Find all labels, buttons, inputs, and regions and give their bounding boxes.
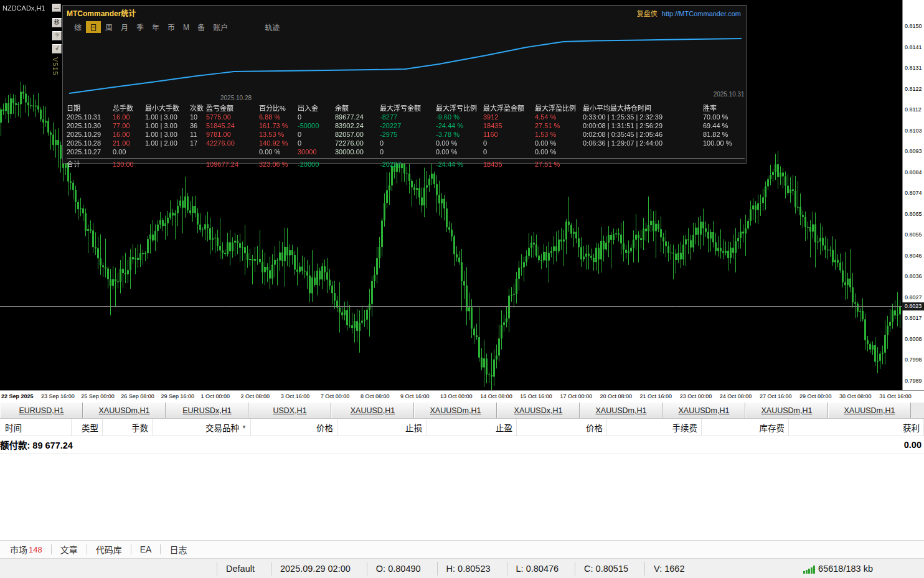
stats-row-cell: 51845.24 (206, 121, 259, 130)
stats-tab-周[interactable]: 周 (101, 21, 116, 33)
stats-row-cell: 10 (190, 113, 206, 121)
stats-row-cell: 1.00 | 3.00 (145, 113, 190, 121)
trade-col-10[interactable]: 获利 (789, 419, 924, 436)
chart-tool-button[interactable]: ? (52, 31, 62, 40)
terminal-tab-label: 代码库 (96, 543, 122, 556)
trade-col-3[interactable]: 交易品种▼ (153, 419, 251, 436)
time-axis[interactable]: 22 Sep 202523 Sep 16:0025 Sep 00:0026 Se… (0, 390, 924, 403)
symbol-tab-XAUUSDmH1[interactable]: XAUUSDm,H1 (745, 403, 828, 418)
symbol-tab-XAUUSDH1[interactable]: XAUUSD,H1 (331, 403, 414, 418)
status-segment-4: L: 0.80476 (507, 562, 575, 576)
time-axis-label: 13 Oct 00:00 (440, 393, 473, 399)
trade-col-5[interactable]: 止损 (337, 419, 427, 436)
symbol-tab-XAUUSDmH1[interactable]: XAUUSDm,H1 (414, 403, 497, 418)
chart-tool-button[interactable]: 移 (52, 18, 62, 27)
terminal-tab-文章[interactable]: 文章 (57, 543, 82, 556)
minimize-button[interactable]: — (52, 4, 61, 12)
trade-col-4[interactable]: 价格 (251, 419, 337, 436)
price-axis-label: 0.7998 (905, 357, 922, 363)
symbol-tab-XAUUSDmH1[interactable]: XAUUSDm,H1 (828, 403, 911, 418)
stats-row-cell: 17 (190, 139, 206, 147)
terminal-tab-label: EA (140, 544, 152, 554)
stats-tab-月[interactable]: 月 (117, 21, 132, 33)
stats-total-row-cell: 323.06 % (259, 160, 298, 169)
stats-row-cell: 72276.00 (335, 139, 380, 147)
time-axis-label: 23 Oct 00:00 (680, 393, 712, 399)
terminal-tab-代码库[interactable]: 代码库 (92, 543, 126, 556)
data-usage-label: 65618/183 kb (818, 564, 873, 574)
trade-col-0[interactable]: 时间 (0, 419, 72, 436)
stats-tab-M[interactable]: M (179, 22, 193, 32)
symbol-tab-XAUUSDmH1[interactable]: XAUUSDm,H1 (580, 403, 662, 418)
stats-row-cell (145, 147, 190, 156)
stats-tab-备[interactable]: 备 (194, 21, 209, 33)
stats-header-row-cell: 胜率 (703, 104, 745, 113)
stats-total-row-cell: 18435 (483, 160, 535, 169)
symbol-tab-XAUUSDxH1[interactable]: XAUUSDx,H1 (497, 403, 580, 418)
equity-date-label: 2025.10.28 (220, 95, 252, 101)
status-segment-1: 2025.09.29 02:00 (271, 562, 367, 576)
terminal-tab-separator (131, 544, 131, 554)
price-axis[interactable]: 0.81500.81410.81310.81220.81120.81030.80… (902, 0, 924, 390)
brand-url-link[interactable]: http://MTCommander.com (662, 10, 741, 17)
stats-row-cell: -20227 (380, 121, 436, 130)
status-segment-2: O: 0.80490 (367, 562, 437, 576)
terminal-tab-EA[interactable]: EA (136, 544, 156, 554)
stats-tab-账户[interactable]: 账户 (209, 21, 232, 33)
stats-row-cell (703, 147, 745, 156)
stats-tab-年[interactable]: 年 (148, 21, 163, 33)
equity-line (69, 39, 742, 93)
stats-row-cell: 2025.10.30 (67, 121, 113, 130)
time-axis-label: 22 Sep 2025 (1, 393, 34, 399)
stats-row-cell: 69.44 % (703, 121, 745, 130)
time-axis-label: 26 Sep 08:00 (121, 393, 154, 399)
symbol-tab-EURUSDH1[interactable]: EURUSD,H1 (0, 403, 83, 418)
price-axis-label: 0.7989 (905, 378, 922, 384)
symbol-tab-XAUUSDmH1[interactable]: XAUUSDm,H1 (83, 403, 166, 418)
trade-col-label: 时间 (5, 421, 22, 434)
symbol-tab-XAUUSDmH1[interactable]: XAUUSDm,H1 (662, 403, 745, 418)
stats-tab-日[interactable]: 日 (86, 21, 101, 33)
terminal-tab-市场[interactable]: 市场148 (6, 543, 46, 556)
status-segment-3: H: 0.80523 (437, 562, 507, 576)
trade-col-7[interactable]: 价格 (517, 419, 607, 436)
time-axis-label: 24 Oct 08:00 (720, 393, 752, 399)
margin-value: 额付款: 89 677.24 (0, 438, 73, 451)
stats-tab-综[interactable]: 综 (70, 21, 85, 33)
stats-header-row-cell: 总手数 (113, 104, 145, 113)
trade-col-6[interactable]: 止盈 (427, 419, 517, 436)
stats-tab-trail[interactable]: 轨迹 (261, 21, 283, 33)
stats-header-row: 日期总手数最小大手数次数盈亏金额百分比%出入金余额最大浮亏金额最大浮亏比例最大浮… (67, 104, 745, 113)
filter-dropdown-icon[interactable]: ▼ (242, 424, 247, 430)
trade-col-label: 类型 (82, 421, 98, 434)
status-segment-0[interactable]: Default (217, 562, 271, 576)
trade-col-9[interactable]: 库存费 (702, 419, 789, 436)
trade-col-1[interactable]: 类型 (72, 419, 103, 436)
trade-col-2[interactable]: 手数 (103, 419, 153, 436)
stats-row-cell: 82057.00 (335, 130, 380, 139)
stats-row-cell: 0 (483, 147, 535, 156)
price-axis-label: 0.8131 (905, 65, 922, 71)
stats-header-row-cell: 最小大手数 (145, 104, 190, 113)
status-segment-5: C: 0.80515 (575, 562, 644, 576)
terminal-tab-separator (51, 544, 52, 554)
stats-row-cell: 140.92 % (259, 139, 298, 147)
stats-row-cell: 1.53 % (535, 130, 583, 139)
symbol-tab-USDXH1[interactable]: USDX,H1 (248, 403, 331, 418)
stats-total-row-cell: -20000 (298, 160, 335, 169)
symbol-tab-EURUSDxH1[interactable]: EURUSDx,H1 (166, 403, 248, 418)
stats-tab-币[interactable]: 币 (164, 21, 179, 33)
stats-row-cell: 5775.00 (206, 113, 259, 121)
stats-row-cell: 6.88 % (259, 113, 298, 121)
trade-col-label: 获利 (903, 421, 920, 434)
price-axis-label: 0.8093 (905, 148, 922, 154)
trade-col-8[interactable]: 手续费 (607, 419, 702, 436)
terminal-tab-日志[interactable]: 日志 (166, 543, 191, 556)
stats-tab-季[interactable]: 季 (133, 21, 148, 33)
chart-region: NZDCADx,H1 — 移?√ V515 0.81500.81410.8131… (0, 0, 924, 402)
profit-value: 0.00 (904, 440, 922, 450)
stats-row-cell: 1.00 | 2.00 (145, 139, 190, 147)
chart-tool-button[interactable]: √ (52, 44, 62, 54)
signal-bar (803, 571, 805, 574)
stats-row-cell: -50000 (298, 121, 335, 130)
